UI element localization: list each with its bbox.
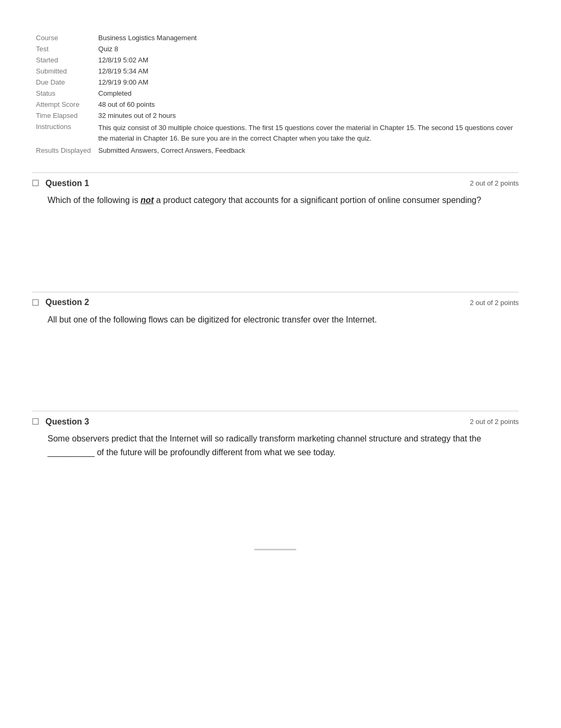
instructions-value: This quiz consist of 30 multiple choice …: [95, 122, 518, 144]
submitted-row: Submitted 12/8/19 5:34 AM: [33, 66, 518, 76]
status-label: Status: [33, 88, 94, 98]
due-date-label: Due Date: [33, 77, 94, 87]
question-1-body: Which of the following is not a product …: [32, 193, 519, 207]
course-value: Business Logistics Management: [95, 33, 518, 43]
test-label: Test: [33, 44, 94, 54]
question-1-score: 2 out of 2 points: [470, 179, 519, 187]
question-2-score: 2 out of 2 points: [470, 299, 519, 307]
status-value: Completed: [95, 88, 518, 98]
time-elapsed-row: Time Elapsed 32 minutes out of 2 hours: [33, 110, 518, 121]
question-3-answer-area: [32, 464, 519, 528]
due-date-row: Due Date 12/9/19 9:00 AM: [33, 77, 518, 87]
question-2-icon: ☐: [32, 298, 39, 308]
test-value: Quiz 8: [95, 44, 518, 54]
course-row: Course Business Logistics Management: [33, 33, 518, 43]
question-2-header-left: ☐ Question 2: [32, 298, 89, 308]
status-row: Status Completed: [33, 88, 518, 98]
question-1-icon: ☐: [32, 178, 39, 188]
started-value: 12/8/19 5:02 AM: [95, 55, 518, 65]
question-2-section: ☐ Question 2 2 out of 2 points All but o…: [32, 292, 519, 395]
attempt-score-value: 48 out of 60 points: [95, 99, 518, 109]
time-elapsed-value: 32 minutes out of 2 hours: [95, 110, 518, 121]
info-table: Course Business Logistics Management Tes…: [32, 32, 519, 156]
started-label: Started: [33, 55, 94, 65]
course-label: Course: [33, 33, 94, 43]
question-1-header: ☐ Question 1 2 out of 2 points: [32, 178, 519, 188]
instructions-label: Instructions: [33, 122, 94, 144]
results-row: Results Displayed Submitted Answers, Cor…: [33, 145, 518, 155]
instructions-row: Instructions This quiz consist of 30 mul…: [33, 122, 518, 144]
submitted-label: Submitted: [33, 66, 94, 76]
submitted-value: 12/8/19 5:34 AM: [95, 66, 518, 76]
question-1-body-before: Which of the following is: [48, 196, 138, 205]
question-3-body-text: Some observers predict that the Internet…: [48, 434, 481, 457]
question-3-section: ☐ Question 3 2 out of 2 points Some obse…: [32, 411, 519, 528]
question-3-score: 2 out of 2 points: [470, 418, 519, 426]
question-1-header-left: ☐ Question 1: [32, 178, 89, 188]
question-1-body-emphasis: not: [141, 196, 154, 205]
question-3-title: Question 3: [45, 417, 89, 427]
question-3-header-left: ☐ Question 3: [32, 417, 89, 427]
question-1-title: Question 1: [45, 179, 89, 188]
due-date-value: 12/9/19 9:00 AM: [95, 77, 518, 87]
question-2-body-text: All but one of the following flows can b…: [48, 315, 377, 324]
results-value: Submitted Answers, Correct Answers, Feed…: [95, 145, 518, 155]
attempt-score-row: Attempt Score 48 out of 60 points: [33, 99, 518, 109]
question-2-header: ☐ Question 2 2 out of 2 points: [32, 298, 519, 308]
question-2-answer-area: [32, 331, 519, 395]
results-label: Results Displayed: [33, 145, 94, 155]
question-1-body-after: a product category that accounts for a s…: [156, 196, 481, 205]
bottom-nav-bar: [254, 549, 296, 550]
time-elapsed-label: Time Elapsed: [33, 110, 94, 121]
question-1-section: ☐ Question 1 2 out of 2 points Which of …: [32, 172, 519, 276]
question-3-icon: ☐: [32, 417, 39, 427]
started-row: Started 12/8/19 5:02 AM: [33, 55, 518, 65]
bottom-nav: [32, 549, 519, 550]
attempt-score-label: Attempt Score: [33, 99, 94, 109]
page-container: Course Business Logistics Management Tes…: [0, 0, 561, 582]
question-2-title: Question 2: [45, 298, 89, 307]
test-row: Test Quiz 8: [33, 44, 518, 54]
question-3-body: Some observers predict that the Internet…: [32, 432, 519, 459]
question-3-header: ☐ Question 3 2 out of 2 points: [32, 417, 519, 427]
question-2-body: All but one of the following flows can b…: [32, 313, 519, 327]
question-1-answer-area: [32, 213, 519, 276]
